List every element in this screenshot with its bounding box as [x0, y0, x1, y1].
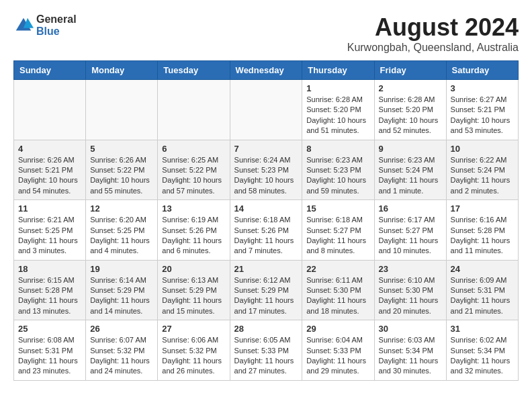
day-number: 26	[90, 324, 153, 334]
calendar-week-4: 18Sunrise: 6:15 AMSunset: 5:28 PMDayligh…	[14, 260, 519, 320]
calendar-day: 21Sunrise: 6:12 AMSunset: 5:29 PMDayligh…	[230, 260, 302, 320]
day-info: Sunrise: 6:14 AMSunset: 5:29 PMDaylight:…	[90, 275, 153, 317]
calendar-week-1: 1Sunrise: 6:28 AMSunset: 5:20 PMDaylight…	[14, 80, 519, 140]
calendar-day: 3Sunrise: 6:27 AMSunset: 5:21 PMDaylight…	[446, 80, 518, 140]
day-number: 9	[379, 144, 442, 154]
logo-general-text: General	[36, 13, 77, 26]
calendar-day: 23Sunrise: 6:10 AMSunset: 5:30 PMDayligh…	[374, 260, 446, 320]
day-number: 8	[306, 144, 369, 154]
day-info: Sunrise: 6:25 AMSunset: 5:22 PMDaylight:…	[162, 155, 225, 197]
day-number: 5	[90, 144, 153, 154]
day-number: 6	[162, 144, 225, 154]
day-number: 16	[379, 203, 442, 214]
day-number: 23	[379, 264, 442, 274]
day-info: Sunrise: 6:18 AMSunset: 5:26 PMDaylight:…	[234, 215, 298, 257]
day-header-saturday: Saturday	[446, 61, 518, 80]
day-info: Sunrise: 6:18 AMSunset: 5:27 PMDaylight:…	[306, 215, 369, 257]
day-info: Sunrise: 6:13 AMSunset: 5:29 PMDaylight:…	[162, 275, 225, 317]
day-info: Sunrise: 6:22 AMSunset: 5:24 PMDaylight:…	[451, 155, 514, 197]
calendar-day: 25Sunrise: 6:08 AMSunset: 5:31 PMDayligh…	[14, 320, 86, 381]
day-number: 25	[18, 324, 81, 334]
title-section: August 2024 Kurwongbah, Queensland, Aust…	[347, 13, 519, 54]
calendar-day: 22Sunrise: 6:11 AMSunset: 5:30 PMDayligh…	[302, 260, 374, 320]
logo-blue-text: Blue	[36, 26, 77, 38]
calendar-day: 17Sunrise: 6:16 AMSunset: 5:28 PMDayligh…	[446, 200, 518, 261]
day-number: 24	[451, 264, 514, 274]
day-info: Sunrise: 6:21 AMSunset: 5:25 PMDaylight:…	[18, 215, 81, 257]
calendar-day: 7Sunrise: 6:24 AMSunset: 5:23 PMDaylight…	[230, 140, 302, 200]
calendar-day: 20Sunrise: 6:13 AMSunset: 5:29 PMDayligh…	[158, 260, 230, 320]
day-info: Sunrise: 6:20 AMSunset: 5:25 PMDaylight:…	[90, 215, 153, 257]
day-info: Sunrise: 6:26 AMSunset: 5:22 PMDaylight:…	[90, 155, 153, 197]
day-info: Sunrise: 6:23 AMSunset: 5:23 PMDaylight:…	[306, 155, 369, 197]
day-number: 27	[162, 324, 225, 334]
logo: General Blue	[13, 13, 77, 37]
day-header-monday: Monday	[86, 61, 158, 80]
day-number: 12	[90, 203, 153, 214]
logo-text: General Blue	[36, 13, 77, 37]
day-number: 1	[306, 83, 369, 93]
day-number: 28	[234, 324, 298, 334]
calendar-day: 11Sunrise: 6:21 AMSunset: 5:25 PMDayligh…	[14, 200, 86, 261]
calendar-day	[14, 80, 86, 140]
day-number: 18	[18, 264, 81, 274]
calendar-day: 14Sunrise: 6:18 AMSunset: 5:26 PMDayligh…	[230, 200, 302, 261]
day-number: 30	[379, 324, 442, 334]
calendar-day: 24Sunrise: 6:09 AMSunset: 5:31 PMDayligh…	[446, 260, 518, 320]
calendar-day: 1Sunrise: 6:28 AMSunset: 5:20 PMDaylight…	[302, 80, 374, 140]
day-info: Sunrise: 6:07 AMSunset: 5:32 PMDaylight:…	[90, 335, 153, 377]
calendar-day: 31Sunrise: 6:02 AMSunset: 5:34 PMDayligh…	[446, 320, 518, 381]
day-number: 7	[234, 144, 298, 154]
calendar-day: 12Sunrise: 6:20 AMSunset: 5:25 PMDayligh…	[86, 200, 158, 261]
calendar-day	[86, 80, 158, 140]
day-number: 29	[306, 324, 369, 334]
calendar-day: 13Sunrise: 6:19 AMSunset: 5:26 PMDayligh…	[158, 200, 230, 261]
day-info: Sunrise: 6:05 AMSunset: 5:33 PMDaylight:…	[234, 335, 298, 377]
day-header-thursday: Thursday	[302, 61, 374, 80]
day-number: 10	[451, 144, 514, 154]
day-header-sunday: Sunday	[14, 61, 86, 80]
calendar-week-5: 25Sunrise: 6:08 AMSunset: 5:31 PMDayligh…	[14, 320, 519, 381]
calendar-day: 8Sunrise: 6:23 AMSunset: 5:23 PMDaylight…	[302, 140, 374, 200]
calendar-header-row: SundayMondayTuesdayWednesdayThursdayFrid…	[14, 61, 519, 80]
day-header-friday: Friday	[374, 61, 446, 80]
day-number: 2	[379, 83, 442, 93]
day-number: 31	[451, 324, 514, 334]
main-title: August 2024	[347, 13, 519, 42]
day-info: Sunrise: 6:17 AMSunset: 5:27 PMDaylight:…	[379, 215, 442, 257]
calendar-day: 29Sunrise: 6:04 AMSunset: 5:33 PMDayligh…	[302, 320, 374, 381]
calendar-table: SundayMondayTuesdayWednesdayThursdayFrid…	[13, 60, 519, 381]
day-number: 22	[306, 264, 369, 274]
calendar-day: 26Sunrise: 6:07 AMSunset: 5:32 PMDayligh…	[86, 320, 158, 381]
day-info: Sunrise: 6:23 AMSunset: 5:24 PMDaylight:…	[379, 155, 442, 197]
subtitle: Kurwongbah, Queensland, Australia	[347, 42, 519, 54]
calendar-day: 27Sunrise: 6:06 AMSunset: 5:32 PMDayligh…	[158, 320, 230, 381]
calendar-day: 28Sunrise: 6:05 AMSunset: 5:33 PMDayligh…	[230, 320, 302, 381]
calendar-week-2: 4Sunrise: 6:26 AMSunset: 5:21 PMDaylight…	[14, 140, 519, 200]
day-number: 11	[18, 203, 81, 214]
calendar-day: 9Sunrise: 6:23 AMSunset: 5:24 PMDaylight…	[374, 140, 446, 200]
day-header-tuesday: Tuesday	[158, 61, 230, 80]
day-info: Sunrise: 6:12 AMSunset: 5:29 PMDaylight:…	[234, 275, 298, 317]
day-info: Sunrise: 6:04 AMSunset: 5:33 PMDaylight:…	[306, 335, 369, 377]
day-info: Sunrise: 6:02 AMSunset: 5:34 PMDaylight:…	[451, 335, 514, 377]
calendar-day: 16Sunrise: 6:17 AMSunset: 5:27 PMDayligh…	[374, 200, 446, 261]
day-number: 13	[162, 203, 225, 214]
calendar-day: 4Sunrise: 6:26 AMSunset: 5:21 PMDaylight…	[14, 140, 86, 200]
calendar-day	[158, 80, 230, 140]
day-info: Sunrise: 6:03 AMSunset: 5:34 PMDaylight:…	[379, 335, 442, 377]
day-number: 3	[451, 83, 514, 93]
logo-icon	[13, 15, 34, 36]
day-info: Sunrise: 6:10 AMSunset: 5:30 PMDaylight:…	[379, 275, 442, 317]
day-info: Sunrise: 6:16 AMSunset: 5:28 PMDaylight:…	[451, 215, 514, 257]
day-info: Sunrise: 6:11 AMSunset: 5:30 PMDaylight:…	[306, 275, 369, 317]
calendar-day: 30Sunrise: 6:03 AMSunset: 5:34 PMDayligh…	[374, 320, 446, 381]
calendar-day: 2Sunrise: 6:28 AMSunset: 5:20 PMDaylight…	[374, 80, 446, 140]
day-info: Sunrise: 6:28 AMSunset: 5:20 PMDaylight:…	[306, 95, 369, 136]
calendar-week-3: 11Sunrise: 6:21 AMSunset: 5:25 PMDayligh…	[14, 200, 519, 261]
day-number: 4	[18, 144, 81, 154]
day-info: Sunrise: 6:28 AMSunset: 5:20 PMDaylight:…	[379, 95, 442, 136]
day-info: Sunrise: 6:08 AMSunset: 5:31 PMDaylight:…	[18, 335, 81, 377]
day-number: 14	[234, 203, 298, 214]
day-number: 17	[451, 203, 514, 214]
